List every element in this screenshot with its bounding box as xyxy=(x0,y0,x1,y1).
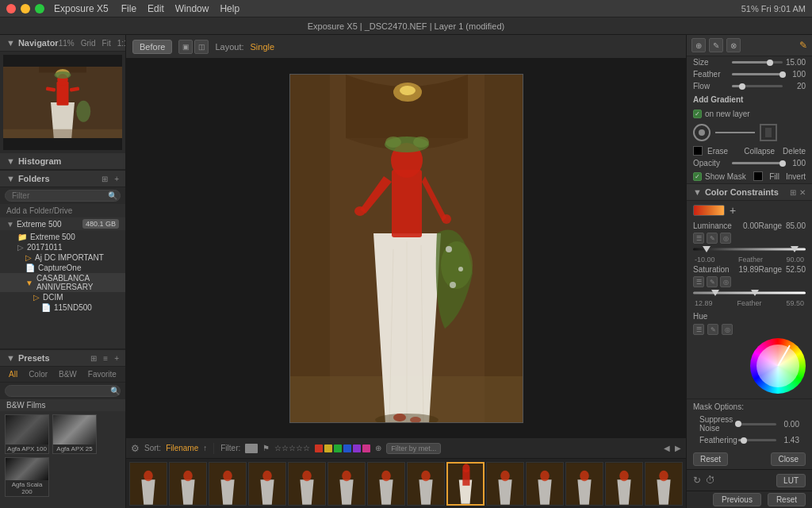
lum-slider[interactable] xyxy=(693,246,806,252)
folder-item-5[interactable]: ▷ DCIM xyxy=(0,292,125,302)
rp-tool-2[interactable]: ✎ xyxy=(709,38,723,52)
invert-label[interactable]: Invert xyxy=(786,172,806,181)
hue-icon-2[interactable]: ✎ xyxy=(707,324,718,335)
previous-button[interactable]: Previous xyxy=(713,493,761,506)
navigator-header[interactable]: ▼ Navigator 11% Grid Fit 1:1 xyxy=(0,35,125,52)
folder-item-6[interactable]: 📄 115ND500 xyxy=(0,302,125,313)
film-thumb-12[interactable] xyxy=(605,462,643,506)
filter-flag-icon[interactable]: ⚑ xyxy=(262,444,270,452)
folder-item-1[interactable]: ▷ 20171011 xyxy=(0,242,125,252)
traffic-maximize[interactable] xyxy=(35,4,44,13)
hue-icon-1[interactable]: ☰ xyxy=(693,324,704,335)
feathering-slider[interactable] xyxy=(738,439,776,441)
ag-swatch[interactable] xyxy=(693,146,703,156)
mask-color-swatch[interactable] xyxy=(753,171,763,181)
folder-item-2[interactable]: ▷ Aj DC IMPORTANT xyxy=(0,252,125,263)
tab-color[interactable]: Color xyxy=(26,369,50,379)
filmstrip-nav-next[interactable]: ▶ xyxy=(675,444,681,452)
sat-icon-1[interactable]: ☰ xyxy=(693,276,704,287)
film-thumb-4[interactable] xyxy=(288,462,326,506)
view-btn-1[interactable]: ▣ xyxy=(178,40,193,54)
sat-icon-3[interactable]: ◎ xyxy=(720,276,731,287)
color-pink[interactable] xyxy=(362,444,370,452)
film-thumb-8[interactable] xyxy=(446,462,485,506)
rp-tool-3[interactable]: ⊗ xyxy=(726,38,741,52)
nav-fit-label[interactable]: Fit xyxy=(102,39,111,48)
nav-1to1-label[interactable]: 1:1 xyxy=(117,39,126,48)
delete-label[interactable]: Delete xyxy=(783,147,806,156)
layout-value[interactable]: Single xyxy=(251,42,275,52)
film-thumb-11[interactable] xyxy=(565,462,603,506)
cc-header[interactable]: ▼ Color Constraints ⊞ ✕ xyxy=(687,184,812,201)
color-purple[interactable] xyxy=(353,444,361,452)
collapse-label[interactable]: Collapse xyxy=(744,147,775,156)
filter-more-icon[interactable]: ⊕ xyxy=(375,444,381,452)
drive-item[interactable]: ▼ Extreme 500 480.1 GB xyxy=(0,217,125,230)
color-yellow[interactable] xyxy=(324,444,332,452)
close-button[interactable]: Close xyxy=(771,452,806,466)
color-red[interactable] xyxy=(315,444,323,452)
menu-help[interactable]: Help xyxy=(220,3,239,14)
film-thumb-2[interactable] xyxy=(209,462,247,506)
feather-slider[interactable] xyxy=(732,73,783,75)
hue-wheel[interactable] xyxy=(750,338,806,394)
cc-close-icon[interactable]: ✕ xyxy=(799,188,806,197)
traffic-close[interactable] xyxy=(6,4,16,13)
color-blue[interactable] xyxy=(343,444,351,452)
cc-add-icon[interactable]: + xyxy=(730,204,736,217)
film-thumb-5[interactable] xyxy=(327,462,366,506)
traffic-minimize[interactable] xyxy=(21,4,30,13)
film-thumb-6[interactable] xyxy=(367,462,405,506)
before-button[interactable]: Before xyxy=(132,40,172,54)
sort-value[interactable]: Filename xyxy=(166,444,198,452)
opacity-slider[interactable] xyxy=(732,162,783,164)
settings-icon[interactable]: ⚙ xyxy=(131,443,140,454)
view-btn-2[interactable]: ◫ xyxy=(194,40,209,54)
linear-gradient-btn[interactable] xyxy=(715,132,755,133)
reset-bottom-button[interactable]: Reset xyxy=(768,493,806,506)
preset-thumb-2[interactable]: Agfa Scala 200 xyxy=(5,457,49,497)
rp-tool-1[interactable]: ⊕ xyxy=(691,38,706,52)
filter-color-swatch[interactable] xyxy=(245,444,258,453)
film-thumb-10[interactable] xyxy=(526,462,564,506)
radial-gradient-btn[interactable] xyxy=(693,124,710,141)
folders-header[interactable]: ▼ Folders ⊞ + xyxy=(0,171,125,187)
menu-window[interactable]: Window xyxy=(175,3,209,14)
cc-expand-icon[interactable]: ⊞ xyxy=(790,188,796,197)
folders-plus-icon[interactable]: + xyxy=(114,175,119,183)
lum-icon-3[interactable]: ◎ xyxy=(720,233,731,244)
show-mask-checkbox[interactable]: ✓ xyxy=(693,172,702,181)
rect-gradient-btn[interactable] xyxy=(760,124,777,141)
color-green[interactable] xyxy=(334,444,342,452)
rp-edit-icon[interactable]: ✎ xyxy=(799,40,807,51)
histogram-header[interactable]: ▼ Histogram xyxy=(0,153,125,170)
presets-grid-icon[interactable]: ⊞ xyxy=(90,354,97,363)
film-thumb-7[interactable] xyxy=(407,462,445,506)
film-thumb-3[interactable] xyxy=(248,462,286,506)
new-layer-checkbox[interactable]: ✓ xyxy=(693,110,702,118)
film-thumb-1[interactable] xyxy=(169,462,207,506)
menu-edit[interactable]: Edit xyxy=(147,3,164,14)
lum-icon-1[interactable]: ☰ xyxy=(693,233,704,244)
fill-label[interactable]: Fill xyxy=(769,172,779,181)
flow-slider[interactable] xyxy=(732,85,783,87)
filmstrip-nav-prev[interactable]: ◀ xyxy=(664,444,670,452)
suppress-noise-slider[interactable] xyxy=(738,423,776,425)
lum-icon-2[interactable]: ✎ xyxy=(707,233,718,244)
tab-bw[interactable]: B&W xyxy=(56,369,79,379)
refresh-icon[interactable]: ↻ xyxy=(693,475,701,486)
film-thumb-9[interactable] xyxy=(486,462,524,506)
film-thumb-0[interactable] xyxy=(129,462,167,506)
menu-file[interactable]: File xyxy=(121,3,136,14)
tab-all[interactable]: All xyxy=(6,369,20,379)
sat-icon-2[interactable]: ✎ xyxy=(707,276,718,287)
folder-item-0[interactable]: 📁 Extreme 500 xyxy=(0,232,125,242)
lut-button[interactable]: LUT xyxy=(776,474,806,487)
presets-search-input[interactable] xyxy=(5,385,121,397)
nav-grid-label[interactable]: Grid xyxy=(81,39,96,48)
preset-thumb-0[interactable]: Agfa APX 100 xyxy=(5,414,49,454)
folders-add-icon[interactable]: ⊞ xyxy=(102,175,108,183)
size-slider[interactable] xyxy=(732,61,783,64)
presets-plus-icon[interactable]: + xyxy=(114,354,119,363)
film-thumb-13[interactable] xyxy=(645,462,683,506)
